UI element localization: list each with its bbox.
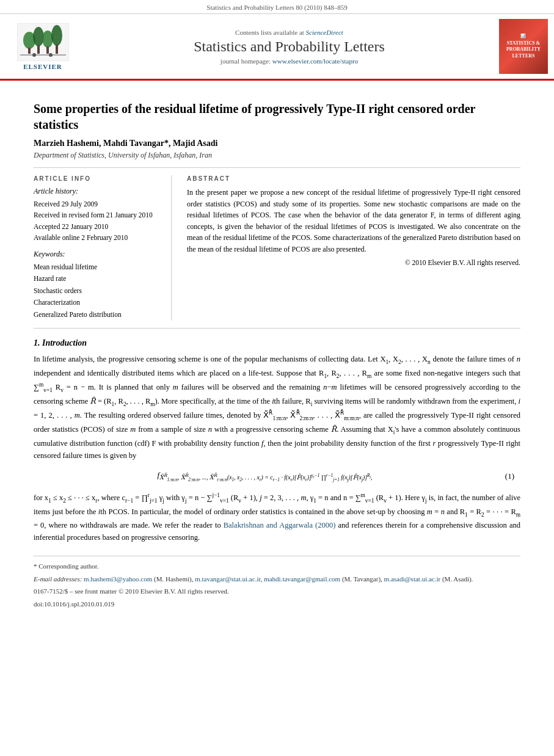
section-divider	[34, 328, 520, 329]
journal-citation: Statistics and Probability Letters 80 (2…	[206, 4, 347, 11]
article-info-column: ARTICLE INFO Article history: Received 2…	[34, 175, 156, 321]
history-revised: Received in revised form 21 January 2010	[34, 209, 156, 220]
intro-paragraph-1: In lifetime analysis, the progressive ce…	[34, 353, 520, 461]
section1-heading: 1. Introduction	[34, 338, 520, 348]
equation-1-number: (1)	[490, 471, 514, 481]
reference-link[interactable]: Balakrishnan and Aggarwala (2000)	[224, 521, 336, 529]
journal-citation-bar: Statistics and Probability Letters 80 (2…	[0, 0, 554, 14]
elsevier-logo-section: ELSEVIER	[6, 23, 79, 70]
svg-point-4	[51, 25, 62, 46]
footnote-license: 0167-7152/$ – see front matter © 2010 El…	[34, 586, 520, 597]
journal-center-section: Contents lists available at ScienceDirec…	[86, 29, 493, 65]
svg-point-2	[33, 27, 44, 46]
svg-point-11	[49, 53, 53, 57]
keyword-4: Characterization	[34, 297, 156, 309]
authors: Marzieh Hashemi, Mahdi Tavangar*, Majid …	[34, 139, 520, 148]
footnote-doi: doi:10.1016/j.spl.2010.01.019	[34, 599, 520, 610]
footnote-emails: E-mail addresses: m.hashemi3@yahoo.com (…	[34, 574, 520, 585]
svg-rect-7	[46, 46, 49, 54]
keyword-5: Generalized Pareto distribution	[34, 309, 156, 321]
journal-title: Statistics and Probability Letters	[86, 38, 493, 55]
footnote-corresponding: * Corresponding author.	[34, 561, 520, 572]
history-received: Received 29 July 2009	[34, 198, 156, 209]
elsevier-brand-label: ELSEVIER	[23, 63, 62, 70]
journal-cover-image: 📊 STATISTICS & PROBABILITY LETTERS	[499, 19, 548, 74]
abstract-text: In the present paper we propose a new co…	[187, 187, 520, 255]
keyword-2: Hazard rate	[34, 273, 156, 285]
svg-rect-5	[28, 48, 31, 54]
elsevier-tree-icon	[17, 23, 69, 61]
article-info-label: ARTICLE INFO	[34, 175, 156, 182]
equation-1-block: fX̃R̃1:m:n, X̃R̃2:m:n, ..., X̃R̃r:m:n(x1…	[34, 470, 520, 483]
sciencedirect-link[interactable]: ScienceDirect	[306, 29, 343, 36]
journal-homepage-link[interactable]: www.elsevier.com/locate/stapro	[272, 57, 358, 65]
abstract-column: ABSTRACT In the present paper we propose…	[187, 175, 520, 321]
keyword-1: Mean residual lifetime	[34, 261, 156, 274]
history-online: Available online 2 February 2010	[34, 232, 156, 243]
abstract-label: ABSTRACT	[187, 175, 520, 182]
history-accepted: Accepted 22 January 2010	[34, 221, 156, 232]
main-content: Some properties of the residual lifetime…	[0, 81, 554, 624]
article-info-abstract-section: ARTICLE INFO Article history: Received 2…	[34, 175, 520, 321]
header-divider	[34, 167, 520, 168]
article-title: Some properties of the residual lifetime…	[34, 101, 520, 133]
journal-header: ELSEVIER Contents lists available at Sci…	[0, 14, 554, 81]
keywords-label: Keywords:	[34, 250, 156, 259]
page-wrapper: Statistics and Probability Letters 80 (2…	[0, 0, 554, 756]
column-divider	[171, 175, 172, 321]
footer-section: * Corresponding author. E-mail addresses…	[34, 556, 520, 609]
affiliation: Department of Statistics, University of …	[34, 151, 520, 160]
keyword-3: Stochastic orders	[34, 285, 156, 297]
journal-homepage: journal homepage: www.elsevier.com/locat…	[86, 57, 493, 65]
contents-line: Contents lists available at ScienceDirec…	[86, 29, 493, 36]
copyright: © 2010 Elsevier B.V. All rights reserved…	[187, 259, 520, 266]
intro-paragraph-2: for x1 ≤ x2 ≤ · · · ≤ xr, where cr−1 = ∏…	[34, 491, 520, 543]
equation-1-content: fX̃R̃1:m:n, X̃R̃2:m:n, ..., X̃R̃r:m:n(x1…	[40, 470, 490, 483]
svg-rect-8	[56, 45, 58, 54]
history-label: Article history:	[34, 187, 156, 196]
svg-rect-6	[37, 45, 40, 54]
journal-cover-text: 📊 STATISTICS & PROBABILITY LETTERS	[506, 34, 541, 59]
svg-point-10	[32, 53, 36, 57]
